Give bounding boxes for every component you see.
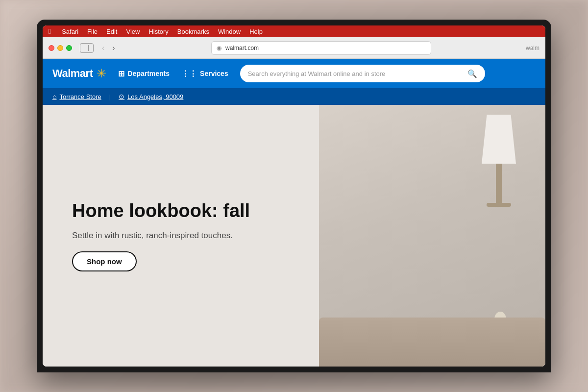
apple-menu[interactable]: 	[49, 27, 51, 35]
services-icon: ⋮⋮	[181, 69, 197, 78]
departments-nav-item[interactable]: ⊞ Departments	[118, 69, 170, 78]
location-text: Los Angeles, 90009	[127, 93, 183, 100]
services-nav-item[interactable]: ⋮⋮ Services	[181, 69, 228, 78]
search-bar[interactable]: Search everything at Walmart online and …	[240, 65, 485, 82]
store-link[interactable]: ⌂ Torrance Store	[52, 93, 101, 100]
menu-window[interactable]: Window	[218, 28, 241, 35]
walmart-site: Walmart ✳ ⊞ Departments ⋮⋮ Services Sear…	[43, 59, 545, 367]
sidebar-toggle-button[interactable]	[80, 43, 94, 53]
menu-bookmarks[interactable]: Bookmarks	[177, 28, 209, 35]
services-label: Services	[200, 70, 228, 77]
close-button[interactable]	[49, 45, 54, 51]
walmart-logo-text: Walmart	[52, 67, 93, 80]
walmart-logo[interactable]: Walmart ✳	[52, 67, 106, 80]
departments-label: Departments	[127, 70, 170, 77]
walmart-spark-icon: ✳	[97, 68, 106, 79]
macos-menu-bar:  Safari File Edit View History Bookmark…	[43, 25, 545, 37]
location-link[interactable]: ⊙ Los Angeles, 90009	[119, 93, 183, 100]
lamp-foot	[487, 203, 511, 207]
lamp-decoration	[482, 115, 516, 207]
lamp-shade	[482, 115, 516, 164]
browser-chrome: ‹ › ◉ walmart.com walm	[43, 37, 545, 59]
menu-history[interactable]: History	[148, 28, 168, 35]
back-button[interactable]: ‹	[100, 44, 106, 52]
traffic-lights	[49, 45, 72, 51]
search-icon: 🔍	[467, 69, 477, 78]
browser-window:  Safari File Edit View History Bookmark…	[43, 25, 545, 367]
sofa-decoration	[319, 318, 545, 367]
hero-text-area: Home lookbook: fall Settle in with rusti…	[43, 105, 319, 367]
location-icon: ⊙	[119, 93, 124, 100]
menu-view[interactable]: View	[126, 28, 140, 35]
menu-safari[interactable]: Safari	[62, 28, 78, 35]
sidebar-icon	[85, 45, 89, 51]
site-label: walm	[526, 45, 539, 51]
hero-image-area	[319, 105, 545, 367]
browser-right-controls: walm	[526, 45, 539, 51]
laptop-frame:  Safari File Edit View History Bookmark…	[37, 20, 551, 372]
address-text: walmart.com	[225, 45, 259, 51]
departments-icon: ⊞	[118, 69, 124, 78]
menu-help[interactable]: Help	[249, 28, 263, 35]
lamp-base	[496, 164, 502, 203]
reader-mode-icon: ◉	[217, 45, 221, 51]
hero-section: Home lookbook: fall Settle in with rusti…	[43, 105, 545, 367]
walmart-header: Walmart ✳ ⊞ Departments ⋮⋮ Services Sear…	[43, 59, 545, 88]
shop-now-button[interactable]: Shop now	[72, 251, 137, 271]
forward-button[interactable]: ›	[111, 44, 116, 52]
hero-subtitle: Settle in with rustic, ranch-inspired to…	[72, 229, 290, 242]
menu-file[interactable]: File	[87, 28, 98, 35]
hero-title: Home lookbook: fall	[72, 200, 290, 222]
store-divider: |	[109, 93, 111, 100]
address-bar-container: ◉ walmart.com	[122, 41, 521, 55]
minimize-button[interactable]	[57, 45, 63, 51]
store-name: Torrance Store	[59, 93, 101, 100]
address-bar[interactable]: ◉ walmart.com	[211, 41, 431, 55]
search-placeholder: Search everything at Walmart online and …	[248, 70, 464, 77]
menu-edit[interactable]: Edit	[106, 28, 117, 35]
store-home-icon: ⌂	[52, 93, 56, 100]
store-bar: ⌂ Torrance Store | ⊙ Los Angeles, 90009	[43, 88, 545, 105]
fullscreen-button[interactable]	[66, 45, 72, 51]
